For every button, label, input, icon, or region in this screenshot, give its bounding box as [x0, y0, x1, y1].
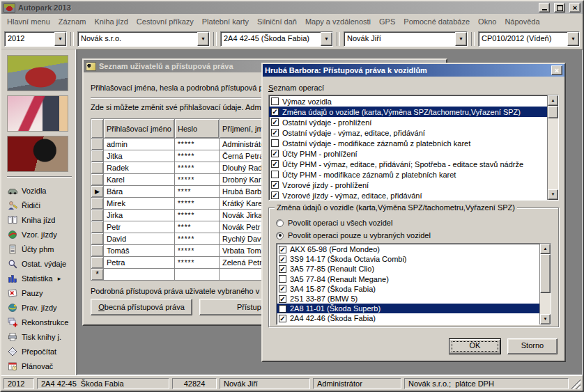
login-cell[interactable]: Radek [104, 162, 175, 174]
current-row-pointer[interactable]: ▶ [91, 186, 104, 198]
sidebar-item-prepocitat[interactable]: Přepočítat [7, 344, 72, 359]
login-cell-empty[interactable] [104, 269, 175, 281]
radio-button[interactable] [276, 219, 284, 227]
minimize-button[interactable] [539, 3, 550, 13]
password-cell[interactable]: ***** [174, 233, 219, 245]
checkbox[interactable]: ✓ [271, 129, 279, 136]
operation-item[interactable]: ✓ Vzorové jízdy - prohlížení [269, 180, 547, 190]
vehicle-item[interactable]: ✓ 3A5 77-84 (Renault Megane) [277, 274, 539, 284]
row-selector[interactable] [91, 221, 104, 233]
company-combobox[interactable]: Novák s.r.o. ▼ [77, 31, 210, 47]
rights-close-button[interactable]: × [551, 65, 562, 75]
menu-cestovni-prikazy[interactable]: Cestovní příkazy [132, 16, 198, 27]
sidebar-item-statistika[interactable]: Statistika ▸ [7, 271, 72, 285]
scrollbar-thumb[interactable] [540, 254, 551, 293]
sidebar-item-ridici[interactable]: Řidiči [7, 198, 72, 212]
menu-pomocne-databaze[interactable]: Pomocné databáze [399, 16, 474, 27]
operation-item[interactable]: ✓ Ostatní výdaje - modifikace záznamů z … [269, 138, 547, 148]
driver-dropdown-button[interactable]: ▼ [455, 32, 467, 46]
row-selector[interactable] [91, 257, 104, 269]
general-rights-button[interactable]: Obecná přístupová práva [91, 299, 192, 315]
menu-okno[interactable]: Okno [474, 16, 500, 27]
sidebar-item-tisk-knihy[interactable]: Tisk knihy j. [7, 329, 72, 344]
operation-item[interactable]: ✓ Ostatní výdaje - prohlížení [269, 117, 547, 127]
operations-scrollbar[interactable]: ▲ ▼ [547, 95, 558, 200]
checkbox[interactable]: ✓ [271, 118, 279, 126]
sidebar-item-prav-jizdy[interactable]: Prav. jízdy [7, 300, 72, 315]
login-cell[interactable]: Tomáš [104, 245, 175, 257]
scrollbar-track[interactable] [548, 118, 558, 189]
password-cell[interactable]: ***** [174, 139, 219, 150]
menu-hlavni-menu[interactable]: Hlavní menu [3, 16, 54, 27]
vehicle-item[interactable]: ✓ 2A4 42-46 (Škoda Fabia) [277, 313, 539, 323]
company-dropdown-button[interactable]: ▼ [197, 32, 209, 46]
checkbox[interactable]: ✓ [271, 108, 279, 116]
password-cell[interactable]: **** [174, 221, 219, 233]
password-cell[interactable]: ***** [174, 150, 219, 162]
password-cell[interactable]: ***** [174, 245, 219, 257]
checkbox[interactable]: ✓ [271, 171, 279, 178]
login-cell[interactable]: Petra [104, 257, 175, 269]
resize-grip[interactable] [571, 378, 581, 389]
scrollbar-thumb[interactable] [548, 106, 558, 118]
sidebar-item-vzor-jizdy[interactable]: Vzor. jízdy [7, 227, 72, 242]
row-selector[interactable] [91, 150, 104, 162]
password-cell[interactable]: ***** [174, 210, 219, 221]
operation-item[interactable]: ✓ Výmaz vozidla [269, 96, 547, 107]
vehicle-item[interactable]: ✓ 3A5 77-85 (Renault Clio) [277, 264, 539, 274]
checkbox[interactable]: ✓ [271, 150, 279, 157]
login-cell[interactable]: Jitka [104, 150, 175, 162]
menu-platebni-karty[interactable]: Platební karty [198, 16, 253, 27]
scroll-up-button[interactable]: ▲ [548, 95, 558, 106]
checkbox[interactable]: ✓ [271, 181, 279, 189]
new-row-marker[interactable]: * [91, 269, 104, 281]
scroll-down-button[interactable]: ▼ [548, 189, 558, 200]
checkbox[interactable]: ✓ [271, 97, 279, 105]
sidebar-item-planovac[interactable]: Plánovač [7, 359, 72, 373]
login-cell[interactable]: Karel [104, 174, 175, 186]
password-cell[interactable]: ***** [174, 162, 219, 174]
cancel-button[interactable]: Storno [507, 338, 558, 354]
password-cell[interactable]: ***** [174, 198, 219, 210]
checkbox[interactable]: ✓ [279, 256, 286, 263]
vehicle-item[interactable]: ✓ 2A8 11-01 (Škoda Superb) [277, 304, 539, 313]
sidebar-item-vozidla[interactable]: Vozidla [7, 183, 72, 198]
checkbox[interactable]: ✓ [279, 265, 286, 273]
vehicle-item[interactable]: ✓ AKX 65-98 (Ford Mondeo) [277, 244, 539, 254]
menu-kniha-jizd[interactable]: Kniha jízd [91, 16, 132, 27]
menu-mapy-a-vzdalenosti[interactable]: Mapy a vzdálenosti [301, 16, 375, 27]
radio-button[interactable] [276, 232, 284, 240]
row-selector[interactable] [91, 162, 104, 174]
sidebar-item-rekonstrukce[interactable]: Rekonstrukce [7, 315, 72, 329]
checkbox[interactable]: ✓ [279, 246, 286, 253]
row-selector[interactable] [91, 233, 104, 245]
sidebar-item-kniha-jizd[interactable]: Kniha jízd [7, 212, 72, 227]
maximize-button[interactable] [554, 3, 565, 13]
trip-combobox[interactable]: CP010/2012 (Vídeň) ▼ [478, 31, 580, 47]
operation-item[interactable]: ✓ Účty PHM - prohlížení [269, 148, 547, 159]
sidebar-item-ostat-vydaje[interactable]: Ostat. výdaje [7, 256, 72, 271]
vehicle-item[interactable]: ✓ 2S1 33-87 (BMW 5) [277, 294, 539, 304]
year-combobox[interactable]: 2012 ▼ [4, 31, 67, 47]
scroll-down-button[interactable]: ▼ [540, 314, 551, 324]
radio-all-vehicles[interactable]: Povolit operaci u všech vozidel [276, 217, 551, 229]
sidebar-item-ucty-phm[interactable]: Účty phm [7, 242, 72, 256]
checkbox[interactable]: ✓ [279, 305, 286, 313]
operation-item[interactable]: ✓ Změna údajů o vozidle (karta,Výměna SP… [269, 107, 547, 117]
operation-item[interactable]: ✓ Ostatní výdaje - výmaz, editace, přidá… [269, 127, 547, 138]
row-selector[interactable] [91, 174, 104, 186]
vehicle-item[interactable]: ✓ 3S9 14-17 (Škoda Octavia Combi) [277, 254, 539, 264]
checkbox[interactable]: ✓ [279, 285, 286, 292]
vehicles-scrollbar[interactable]: ▲ ▼ [539, 244, 551, 324]
scroll-up-button[interactable]: ▲ [540, 244, 551, 254]
ok-button[interactable]: OK [449, 338, 501, 354]
trip-dropdown-button[interactable]: ▼ [567, 32, 579, 46]
login-cell[interactable]: Bára [104, 186, 175, 198]
vehicle-combobox[interactable]: 2A4 42-45 (Škoda Fabia) ▼ [220, 31, 333, 47]
operation-item[interactable]: ✓ Účty PHM - výmaz, editace, přidávání; … [269, 159, 547, 169]
sidebar-item-pauzy[interactable]: Pauzy [7, 285, 72, 300]
password-cell[interactable]: **** [174, 186, 219, 198]
login-cell[interactable]: Petr [104, 221, 175, 233]
checkbox[interactable]: ✓ [279, 315, 286, 322]
menu-napoveda[interactable]: Nápověda [500, 16, 544, 27]
